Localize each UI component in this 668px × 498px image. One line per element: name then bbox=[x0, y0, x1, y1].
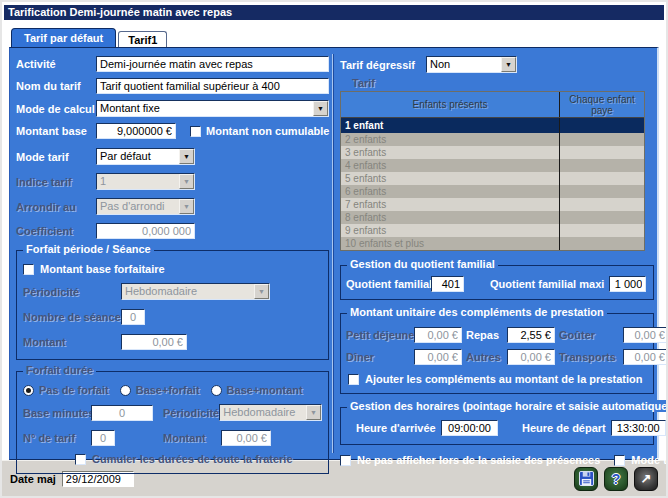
activite-input[interactable] bbox=[96, 56, 329, 72]
tab-content-panel: Activité Nom du tarif Mode de calcul Mon… bbox=[9, 47, 659, 460]
numero-tarif-label: N° de tarif bbox=[23, 432, 91, 444]
ne-pas-afficher-checkbox[interactable] bbox=[340, 455, 351, 466]
toolbar-buttons: ? ↗ bbox=[574, 467, 658, 491]
diner-input bbox=[414, 349, 462, 365]
montant-duree-input bbox=[221, 430, 271, 446]
quotient-mini-label: Quotient familial mini bbox=[346, 278, 426, 290]
chevron-down-icon: ▼ bbox=[179, 149, 194, 164]
quotient-familial-group: Gestion du quotient familial Quotient fa… bbox=[340, 265, 654, 300]
chevron-down-icon: ▼ bbox=[501, 57, 516, 72]
chevron-down-icon: ▼ bbox=[179, 199, 194, 214]
forfait-periode-group: Forfait période / Séance Montant base fo… bbox=[16, 250, 329, 360]
table-row[interactable]: 4 enfants bbox=[341, 159, 644, 172]
numero-tarif-input bbox=[91, 430, 115, 446]
montant-base-forfaitaire-checkbox[interactable] bbox=[23, 264, 34, 275]
montant-duree-label: Montant bbox=[163, 432, 221, 444]
quotient-mini-input[interactable] bbox=[431, 276, 464, 292]
floppy-disk-icon bbox=[579, 471, 594, 486]
tarif-table: Enfants présents Chaque enfant paye 1 en… bbox=[340, 91, 645, 251]
ne-pas-afficher-label: Ne pas afficher lors de la saisie des pr… bbox=[357, 454, 600, 466]
repas-input[interactable] bbox=[507, 327, 555, 343]
petit-dejeuner-input bbox=[414, 327, 462, 343]
transports-input bbox=[623, 349, 668, 365]
table-row[interactable]: 1 enfant bbox=[341, 118, 644, 133]
transports-label: Transports bbox=[559, 351, 619, 363]
activite-label: Activité bbox=[16, 58, 96, 70]
tab-tarif1[interactable]: Tarif1 bbox=[118, 31, 167, 47]
exit-button[interactable]: ↗ bbox=[634, 467, 658, 491]
window-titlebar: Tarification Demi-journée matin avec rep… bbox=[4, 5, 664, 20]
mode-tirelire-checkbox[interactable] bbox=[614, 455, 625, 466]
base-forfait-label: Base+forfait bbox=[136, 384, 200, 396]
question-mark-icon: ? bbox=[612, 471, 621, 487]
mode-de-calcul-select[interactable]: Montant fixe ▼ bbox=[96, 100, 329, 117]
montant-non-cumulable-checkbox[interactable] bbox=[190, 126, 201, 137]
table-row[interactable]: 7 enfants bbox=[341, 198, 644, 211]
heure-depart-input[interactable] bbox=[611, 420, 666, 436]
chevron-down-icon: ▼ bbox=[179, 174, 194, 189]
cumuler-durees-label: Cumuler les durées de toute la fraterie bbox=[92, 453, 293, 465]
group-title: Forfait période / Séance bbox=[23, 243, 154, 255]
base-forfait-radio[interactable] bbox=[120, 385, 131, 396]
montant-base-forfaitaire-label: Montant base forfaitaire bbox=[40, 263, 165, 275]
column-header-enfants: Enfants présents bbox=[341, 92, 559, 117]
quotient-maxi-label: Quotient familial maxi bbox=[490, 278, 604, 290]
tab-tarif-par-defaut[interactable]: Tarif par défaut bbox=[11, 28, 116, 47]
mode-tirelire-label: Mode tirelire bbox=[631, 454, 668, 466]
mode-tarif-select[interactable]: Par défaut ▼ bbox=[96, 148, 195, 165]
tarif-degressif-select[interactable]: Non ▼ bbox=[426, 56, 517, 73]
tarification-window: Tarification Demi-journée matin avec rep… bbox=[0, 0, 668, 498]
base-minutes-label: Base minutes bbox=[23, 407, 91, 419]
autres-label: Autres bbox=[466, 351, 503, 363]
base-minutes-input bbox=[91, 405, 153, 421]
arrondir-au-select: Pas d'arrondi ▼ bbox=[96, 198, 195, 215]
gouter-label: Goûter bbox=[559, 329, 619, 341]
chevron-down-icon: ▼ bbox=[313, 101, 328, 116]
chevron-down-icon: ▼ bbox=[306, 405, 321, 420]
table-row[interactable]: 5 enfants bbox=[341, 172, 644, 185]
left-column: Activité Nom du tarif Mode de calcul Mon… bbox=[16, 52, 329, 474]
coefficient-input bbox=[96, 223, 195, 239]
tarif-table-header: Enfants présents Chaque enfant paye bbox=[341, 92, 644, 118]
ajouter-complements-checkbox[interactable] bbox=[348, 374, 359, 385]
quotient-maxi-input[interactable] bbox=[609, 276, 646, 292]
autres-input bbox=[507, 349, 555, 365]
heure-depart-label: Heure de départ bbox=[522, 422, 606, 434]
heure-arrivee-input[interactable] bbox=[441, 420, 498, 436]
nombre-seances-label: Nombre de séances bbox=[23, 311, 121, 323]
right-column: Tarif dégressif Non ▼ Tarif Enfants prés… bbox=[340, 52, 654, 466]
base-montant-radio[interactable] bbox=[211, 385, 222, 396]
table-row[interactable]: 3 enfants bbox=[341, 146, 644, 159]
periodicite-select: Hebdomadaire ▼ bbox=[121, 283, 270, 300]
periodicite-duree-select: Hebdomadaire ▼ bbox=[219, 404, 322, 421]
table-row[interactable]: 10 enfants et plus bbox=[341, 237, 644, 250]
nom-du-tarif-input[interactable] bbox=[96, 78, 329, 94]
mode-de-calcul-label: Mode de calcul bbox=[16, 103, 96, 115]
tarif-degressif-label: Tarif dégressif bbox=[340, 59, 420, 71]
pas-de-forfait-radio[interactable] bbox=[23, 385, 34, 396]
montant-forfait-label: Montant bbox=[23, 336, 121, 348]
table-row[interactable]: 9 enfants bbox=[341, 224, 644, 237]
forfait-duree-group: Forfait durée Pas de forfait Base+forfai… bbox=[16, 371, 329, 474]
montant-base-label: Montant base bbox=[16, 125, 96, 137]
montant-non-cumulable-label: Montant non cumulable bbox=[206, 125, 329, 137]
column-header-paye: Chaque enfant paye bbox=[559, 92, 644, 117]
table-row[interactable]: 6 enfants bbox=[341, 185, 644, 198]
cumuler-durees-checkbox[interactable] bbox=[75, 454, 86, 465]
table-row[interactable]: 2 enfants bbox=[341, 133, 644, 146]
save-button[interactable] bbox=[574, 467, 598, 491]
chevron-down-icon: ▼ bbox=[254, 284, 269, 299]
column-divider bbox=[332, 54, 334, 453]
group-title: Gestion du quotient familial bbox=[347, 258, 498, 270]
periodicite-duree-label: Périodicité bbox=[163, 407, 219, 419]
pas-de-forfait-label: Pas de forfait bbox=[39, 384, 109, 396]
periodicite-label: Périodicité bbox=[23, 286, 121, 298]
help-button[interactable]: ? bbox=[604, 467, 628, 491]
date-maj-label: Date maj bbox=[10, 473, 56, 485]
montant-base-input[interactable] bbox=[96, 123, 176, 139]
group-title: Forfait durée bbox=[23, 364, 96, 376]
table-row[interactable]: 8 enfants bbox=[341, 211, 644, 224]
group-title: Gestion des horaires (pointage horaire e… bbox=[347, 400, 668, 412]
diner-label: Dîner bbox=[346, 351, 410, 363]
mode-tarif-label: Mode tarif bbox=[16, 151, 96, 163]
